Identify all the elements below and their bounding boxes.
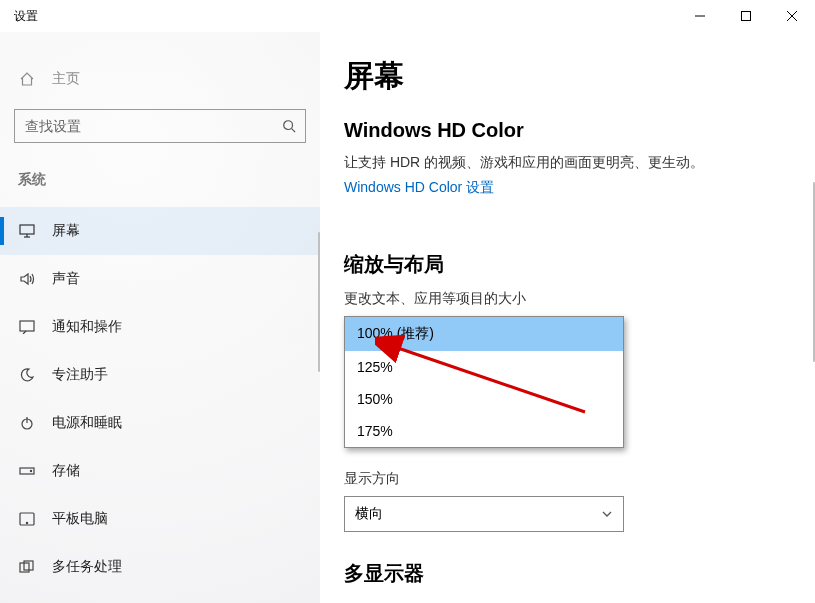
tablet-icon bbox=[18, 512, 36, 526]
svg-point-13 bbox=[30, 470, 31, 471]
maximize-button[interactable] bbox=[723, 0, 769, 32]
hd-color-desc: 让支持 HDR 的视频、游戏和应用的画面更明亮、更生动。 bbox=[344, 154, 791, 172]
title-bar: 设置 bbox=[0, 0, 815, 32]
storage-icon bbox=[18, 465, 36, 477]
sidebar-item-label: 电源和睡眠 bbox=[52, 414, 122, 432]
home-label: 主页 bbox=[52, 70, 80, 88]
multi-display-heading: 多显示器 bbox=[344, 560, 791, 587]
notification-icon bbox=[18, 320, 36, 334]
nav-list: 屏幕 声音 通知和操作 专注助手 电源和睡眠 存储 bbox=[0, 207, 320, 591]
home-icon bbox=[18, 71, 36, 87]
sidebar-item-label: 多任务处理 bbox=[52, 558, 122, 576]
multitask-icon bbox=[18, 560, 36, 574]
sidebar-item-multitask[interactable]: 多任务处理 bbox=[0, 543, 320, 591]
sidebar-item-label: 声音 bbox=[52, 270, 80, 288]
content-pane: 屏幕 Windows HD Color 让支持 HDR 的视频、游戏和应用的画面… bbox=[320, 32, 815, 603]
power-icon bbox=[18, 415, 36, 431]
sidebar-item-notifications[interactable]: 通知和操作 bbox=[0, 303, 320, 351]
sidebar-item-label: 通知和操作 bbox=[52, 318, 122, 336]
window-controls bbox=[677, 0, 815, 32]
home-nav[interactable]: 主页 bbox=[0, 57, 320, 101]
sidebar-item-sound[interactable]: 声音 bbox=[0, 255, 320, 303]
hd-color-heading: Windows HD Color bbox=[344, 119, 791, 142]
sidebar-item-label: 平板电脑 bbox=[52, 510, 108, 528]
svg-line-5 bbox=[292, 129, 296, 133]
sound-icon bbox=[18, 272, 36, 286]
sidebar-item-label: 屏幕 bbox=[52, 222, 80, 240]
search-icon bbox=[282, 119, 296, 133]
svg-rect-6 bbox=[20, 225, 34, 234]
section-header: 系统 bbox=[0, 159, 320, 207]
sidebar: 主页 系统 屏幕 声音 通知和操作 专注助手 bbox=[0, 32, 320, 603]
sidebar-item-label: 专注助手 bbox=[52, 366, 108, 384]
scale-option-175[interactable]: 175% bbox=[345, 415, 623, 447]
hd-color-link[interactable]: Windows HD Color 设置 bbox=[344, 179, 494, 197]
sidebar-item-display[interactable]: 屏幕 bbox=[0, 207, 320, 255]
svg-rect-9 bbox=[20, 321, 34, 331]
scale-option-150[interactable]: 150% bbox=[345, 383, 623, 415]
svg-rect-1 bbox=[742, 12, 751, 21]
sidebar-item-focus[interactable]: 专注助手 bbox=[0, 351, 320, 399]
scale-label: 更改文本、应用等项目的大小 bbox=[344, 290, 791, 308]
svg-point-4 bbox=[284, 121, 293, 130]
minimize-button[interactable] bbox=[677, 0, 723, 32]
scale-dropdown[interactable]: 100% (推荐) 125% 150% 175% bbox=[344, 316, 624, 448]
chevron-down-icon bbox=[601, 508, 613, 520]
orientation-value: 横向 bbox=[355, 505, 383, 523]
scale-option-125[interactable]: 125% bbox=[345, 351, 623, 383]
focus-icon bbox=[18, 367, 36, 383]
sidebar-item-power[interactable]: 电源和睡眠 bbox=[0, 399, 320, 447]
sidebar-item-storage[interactable]: 存储 bbox=[0, 447, 320, 495]
orientation-select[interactable]: 横向 bbox=[344, 496, 624, 532]
scale-heading: 缩放与布局 bbox=[344, 251, 791, 278]
close-button[interactable] bbox=[769, 0, 815, 32]
page-title: 屏幕 bbox=[344, 56, 791, 97]
display-icon bbox=[18, 224, 36, 238]
svg-point-15 bbox=[26, 522, 27, 523]
search-input[interactable] bbox=[14, 109, 306, 143]
scale-option-100[interactable]: 100% (推荐) bbox=[345, 317, 623, 351]
search-field[interactable] bbox=[14, 109, 306, 143]
sidebar-item-tablet[interactable]: 平板电脑 bbox=[0, 495, 320, 543]
orientation-label: 显示方向 bbox=[344, 470, 791, 488]
window-title: 设置 bbox=[14, 8, 38, 25]
sidebar-item-label: 存储 bbox=[52, 462, 80, 480]
